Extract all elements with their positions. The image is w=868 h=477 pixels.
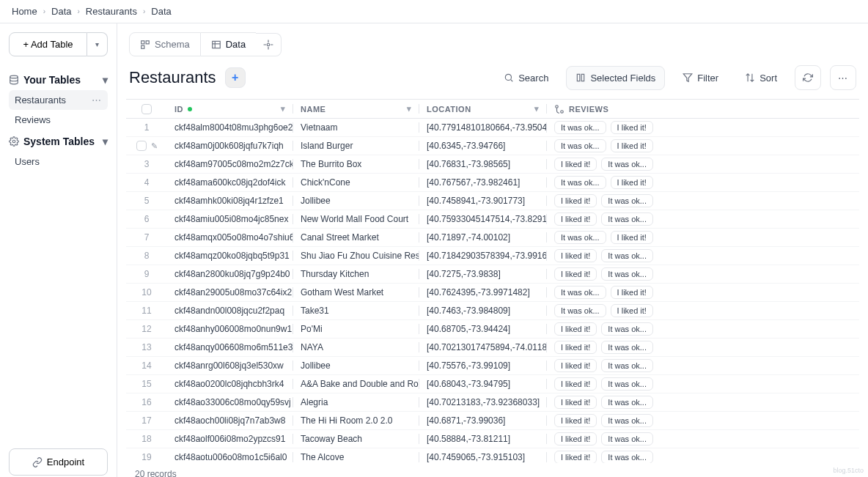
table-row[interactable]: 7ckf48amqx005o08mo4o7shiu6Canal Street M… bbox=[126, 229, 859, 247]
cell-name[interactable]: Tacoway Beach bbox=[293, 434, 419, 444]
review-badge[interactable]: I liked it! bbox=[554, 194, 597, 207]
cell-name[interactable]: The Hi Hi Room 2.0 2.0 bbox=[293, 415, 419, 426]
tab-settings[interactable] bbox=[256, 33, 282, 56]
table-row[interactable]: 18ckf48aolf006i08mo2ypzcs91Tacoway Beach… bbox=[126, 430, 859, 448]
table-row[interactable]: 3ckf48am97005c08mo2m2z7ck4The Burrito Bo… bbox=[126, 155, 859, 174]
review-badge[interactable]: It was ok... bbox=[554, 231, 606, 244]
table-row[interactable]: 4ckf48ama600kc08jq2dof4ickChick'nCone[40… bbox=[126, 174, 859, 192]
cell-location[interactable]: [40.71842903578394,-73.99169289...] bbox=[419, 251, 547, 261]
review-badge[interactable]: It was ok... bbox=[601, 396, 653, 409]
cell-id[interactable]: ckf48alm8004t08mu3phg6oe2 bbox=[167, 122, 293, 133]
refresh-button[interactable] bbox=[795, 65, 821, 90]
cell-id[interactable]: ckf48aoch00li08jq7n7ab3w8 bbox=[167, 415, 293, 426]
table-row[interactable]: 17ckf48aoch00li08jq7n7ab3w8The Hi Hi Roo… bbox=[126, 412, 859, 430]
cell-name[interactable]: New World Mall Food Court bbox=[293, 214, 419, 224]
more-icon[interactable]: ⋯ bbox=[92, 95, 102, 106]
cell-location[interactable]: [40.7463,-73.984809] bbox=[419, 306, 547, 316]
table-row[interactable]: 12ckf48anhy006008mo0nun9w1uPo'Mi[40.6870… bbox=[126, 320, 859, 339]
cell-name[interactable]: The Burrito Box bbox=[293, 159, 419, 169]
review-badge[interactable]: I liked it! bbox=[554, 158, 597, 171]
chevron-down-icon[interactable]: ▾ bbox=[281, 104, 286, 114]
cell-location[interactable]: [40.76831,-73.98565] bbox=[419, 159, 547, 169]
cell-name[interactable]: A&A Bake and Double and Roti S... bbox=[293, 379, 419, 389]
cell-location[interactable]: [40.7459065,-73.915103] bbox=[419, 452, 547, 462]
review-badge[interactable]: It was ok... bbox=[601, 322, 653, 336]
review-badge[interactable]: It was ok... bbox=[601, 414, 653, 427]
crumb-home[interactable]: Home bbox=[12, 6, 37, 17]
review-badge[interactable]: It was ok... bbox=[554, 304, 606, 317]
add-table-button[interactable]: + Add Table bbox=[9, 32, 87, 56]
cell-name[interactable]: Island Burger bbox=[293, 141, 419, 151]
cell-id[interactable]: ckf48ao33006c08mo0qy59svj bbox=[167, 397, 293, 407]
cell-name[interactable]: Thursday Kitchen bbox=[293, 269, 419, 279]
cell-reviews[interactable]: It was ok...I liked it! bbox=[547, 286, 859, 299]
crumb-data-leaf[interactable]: Data bbox=[151, 6, 171, 17]
cell-location[interactable]: [40.70213017475894,-74.01183627...] bbox=[419, 342, 547, 352]
cell-location[interactable]: [40.71897,-74.00102] bbox=[419, 232, 547, 243]
cell-id[interactable]: ckf48amhk00ki08jq4r1zfze1 bbox=[167, 196, 293, 206]
cell-reviews[interactable]: It was ok...I liked it! bbox=[547, 231, 859, 244]
table-row[interactable]: 11ckf48andn00l008jqcu2f2paqTake31[40.746… bbox=[126, 302, 859, 320]
review-badge[interactable]: I liked it! bbox=[554, 396, 597, 409]
system-tables-header[interactable]: System Tables ▾ bbox=[9, 136, 108, 147]
tab-schema[interactable]: Schema bbox=[129, 32, 201, 56]
cell-name[interactable]: Jollibee bbox=[293, 360, 419, 371]
cell-reviews[interactable]: I liked it!It was ok... bbox=[547, 396, 859, 409]
review-badge[interactable]: I liked it! bbox=[611, 121, 653, 134]
edit-icon[interactable]: ✎ bbox=[151, 141, 158, 151]
search-button[interactable]: Search bbox=[495, 67, 557, 89]
cell-reviews[interactable]: I liked it!It was ok... bbox=[547, 322, 859, 336]
cell-reviews[interactable]: I liked it!It was ok... bbox=[547, 432, 859, 445]
crumb-restaurants[interactable]: Restaurants bbox=[86, 6, 137, 17]
cell-location[interactable]: [40.767567,-73.982461] bbox=[419, 177, 547, 188]
review-badge[interactable]: It was ok... bbox=[554, 286, 606, 299]
cell-id[interactable]: ckf48amqz00ko08jqbq5t9p31 bbox=[167, 251, 293, 261]
table-row[interactable]: 10ckf48an29005u08mo37c64ix2Gotham West M… bbox=[126, 284, 859, 302]
cell-reviews[interactable]: It was ok...I liked it! bbox=[547, 304, 859, 317]
cell-reviews[interactable]: I liked it!It was ok... bbox=[547, 158, 859, 171]
cell-name[interactable]: Po'Mi bbox=[293, 324, 419, 334]
your-tables-header[interactable]: Your Tables ▾ bbox=[9, 74, 108, 86]
cell-reviews[interactable]: I liked it!It was ok... bbox=[547, 267, 859, 281]
cell-reviews[interactable]: I liked it!It was ok... bbox=[547, 341, 859, 354]
cell-location[interactable]: [40.75933045147514,-73.82915161541...] bbox=[419, 214, 547, 224]
cell-reviews[interactable]: I liked it!It was ok... bbox=[547, 359, 859, 372]
review-badge[interactable]: It was ok... bbox=[601, 249, 653, 262]
cell-reviews[interactable]: I liked it!It was ok... bbox=[547, 249, 859, 262]
review-badge[interactable]: I liked it! bbox=[611, 176, 653, 189]
review-badge[interactable]: It was ok... bbox=[601, 359, 653, 372]
table-row[interactable]: 13ckf48anqy006608mo6m511e3bNAYA[40.70213… bbox=[126, 339, 859, 357]
cell-id[interactable]: ckf48anqy006608mo6m511e3b bbox=[167, 342, 293, 352]
cell-location[interactable]: [40.7624395,-73.9971482] bbox=[419, 287, 547, 297]
cell-name[interactable]: Gotham West Market bbox=[293, 287, 419, 297]
cell-id[interactable]: ckf48aolf006i08mo2ypzcs91 bbox=[167, 434, 293, 444]
cell-id[interactable]: ckf48amiu005i08mo4jc85nex bbox=[167, 214, 293, 224]
cell-id[interactable]: ckf48ao0200lc08jqhcbh3rk4 bbox=[167, 379, 293, 389]
review-badge[interactable]: It was ok... bbox=[601, 451, 653, 463]
row-checkbox[interactable] bbox=[136, 141, 147, 151]
review-badge[interactable]: I liked it! bbox=[554, 249, 597, 262]
cell-name[interactable]: NAYA bbox=[293, 342, 419, 352]
cell-id[interactable]: ckf48ama600kc08jq2dof4ick bbox=[167, 177, 293, 188]
review-badge[interactable]: I liked it! bbox=[554, 377, 597, 391]
add-table-dropdown[interactable]: ▾ bbox=[87, 32, 108, 56]
review-badge[interactable]: I liked it! bbox=[611, 231, 653, 244]
cell-reviews[interactable]: I liked it!It was ok... bbox=[547, 212, 859, 226]
review-badge[interactable]: I liked it! bbox=[611, 286, 653, 299]
cell-id[interactable]: ckf48an2800ku08jq7g9p24b0 bbox=[167, 269, 293, 279]
cell-reviews[interactable]: I liked it!It was ok... bbox=[547, 414, 859, 427]
table-row[interactable]: 16ckf48ao33006c08mo0qy59svjAlegria[40.70… bbox=[126, 393, 859, 412]
table-row[interactable]: 15ckf48ao0200lc08jqhcbh3rk4A&A Bake and … bbox=[126, 375, 859, 393]
table-row[interactable]: 8ckf48amqz00ko08jqbq5t9p31Shu Jiao Fu Zh… bbox=[126, 247, 859, 265]
review-badge[interactable]: I liked it! bbox=[554, 451, 597, 463]
cell-name[interactable]: Jollibee bbox=[293, 196, 419, 206]
cell-location[interactable]: [40.70213183,-73.92368033] bbox=[419, 397, 547, 407]
review-badge[interactable]: I liked it! bbox=[611, 139, 653, 152]
col-reviews[interactable]: REVIEWS bbox=[547, 104, 859, 114]
crumb-data[interactable]: Data bbox=[51, 6, 71, 17]
cell-name[interactable]: Canal Street Market bbox=[293, 232, 419, 243]
add-row-button[interactable]: + bbox=[225, 67, 246, 88]
review-badge[interactable]: It was ok... bbox=[601, 377, 653, 391]
endpoint-button[interactable]: Endpoint bbox=[9, 448, 108, 476]
cell-name[interactable]: Take31 bbox=[293, 306, 419, 316]
